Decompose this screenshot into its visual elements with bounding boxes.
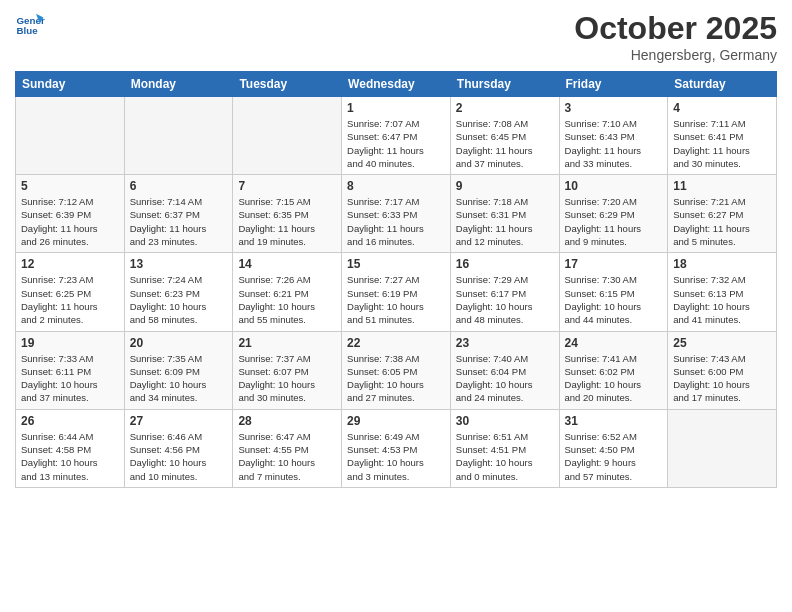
logo-icon: General Blue — [15, 10, 45, 40]
day-number: 16 — [456, 257, 554, 271]
title-block: October 2025 Hengersberg, Germany — [574, 10, 777, 63]
day-number: 25 — [673, 336, 771, 350]
day-number: 3 — [565, 101, 663, 115]
day-info: Sunrise: 7:38 AMSunset: 6:05 PMDaylight:… — [347, 352, 445, 405]
day-info: Sunrise: 6:51 AMSunset: 4:51 PMDaylight:… — [456, 430, 554, 483]
weekday-header-sunday: Sunday — [16, 72, 125, 97]
day-info: Sunrise: 6:44 AMSunset: 4:58 PMDaylight:… — [21, 430, 119, 483]
calendar-cell: 28Sunrise: 6:47 AMSunset: 4:55 PMDayligh… — [233, 409, 342, 487]
day-info: Sunrise: 7:15 AMSunset: 6:35 PMDaylight:… — [238, 195, 336, 248]
svg-text:Blue: Blue — [17, 25, 39, 36]
day-info: Sunrise: 7:26 AMSunset: 6:21 PMDaylight:… — [238, 273, 336, 326]
day-info: Sunrise: 7:35 AMSunset: 6:09 PMDaylight:… — [130, 352, 228, 405]
weekday-header-row: SundayMondayTuesdayWednesdayThursdayFrid… — [16, 72, 777, 97]
calendar-cell: 27Sunrise: 6:46 AMSunset: 4:56 PMDayligh… — [124, 409, 233, 487]
day-number: 18 — [673, 257, 771, 271]
day-number: 22 — [347, 336, 445, 350]
calendar-cell: 24Sunrise: 7:41 AMSunset: 6:02 PMDayligh… — [559, 331, 668, 409]
day-info: Sunrise: 7:30 AMSunset: 6:15 PMDaylight:… — [565, 273, 663, 326]
calendar-cell: 11Sunrise: 7:21 AMSunset: 6:27 PMDayligh… — [668, 175, 777, 253]
calendar-cell: 12Sunrise: 7:23 AMSunset: 6:25 PMDayligh… — [16, 253, 125, 331]
day-info: Sunrise: 6:46 AMSunset: 4:56 PMDaylight:… — [130, 430, 228, 483]
weekday-header-saturday: Saturday — [668, 72, 777, 97]
day-number: 15 — [347, 257, 445, 271]
day-info: Sunrise: 7:41 AMSunset: 6:02 PMDaylight:… — [565, 352, 663, 405]
calendar-cell: 25Sunrise: 7:43 AMSunset: 6:00 PMDayligh… — [668, 331, 777, 409]
day-info: Sunrise: 7:43 AMSunset: 6:00 PMDaylight:… — [673, 352, 771, 405]
day-info: Sunrise: 7:14 AMSunset: 6:37 PMDaylight:… — [130, 195, 228, 248]
day-number: 19 — [21, 336, 119, 350]
calendar-cell: 1Sunrise: 7:07 AMSunset: 6:47 PMDaylight… — [342, 97, 451, 175]
day-number: 2 — [456, 101, 554, 115]
day-number: 21 — [238, 336, 336, 350]
day-number: 7 — [238, 179, 336, 193]
day-info: Sunrise: 7:37 AMSunset: 6:07 PMDaylight:… — [238, 352, 336, 405]
day-info: Sunrise: 7:08 AMSunset: 6:45 PMDaylight:… — [456, 117, 554, 170]
weekday-header-monday: Monday — [124, 72, 233, 97]
calendar: SundayMondayTuesdayWednesdayThursdayFrid… — [15, 71, 777, 488]
day-info: Sunrise: 7:29 AMSunset: 6:17 PMDaylight:… — [456, 273, 554, 326]
week-row-2: 12Sunrise: 7:23 AMSunset: 6:25 PMDayligh… — [16, 253, 777, 331]
weekday-header-thursday: Thursday — [450, 72, 559, 97]
calendar-cell: 6Sunrise: 7:14 AMSunset: 6:37 PMDaylight… — [124, 175, 233, 253]
day-number: 30 — [456, 414, 554, 428]
day-info: Sunrise: 7:27 AMSunset: 6:19 PMDaylight:… — [347, 273, 445, 326]
day-number: 13 — [130, 257, 228, 271]
calendar-cell: 8Sunrise: 7:17 AMSunset: 6:33 PMDaylight… — [342, 175, 451, 253]
calendar-cell: 30Sunrise: 6:51 AMSunset: 4:51 PMDayligh… — [450, 409, 559, 487]
day-number: 29 — [347, 414, 445, 428]
day-info: Sunrise: 6:47 AMSunset: 4:55 PMDaylight:… — [238, 430, 336, 483]
calendar-cell: 21Sunrise: 7:37 AMSunset: 6:07 PMDayligh… — [233, 331, 342, 409]
day-info: Sunrise: 7:23 AMSunset: 6:25 PMDaylight:… — [21, 273, 119, 326]
day-info: Sunrise: 7:20 AMSunset: 6:29 PMDaylight:… — [565, 195, 663, 248]
week-row-0: 1Sunrise: 7:07 AMSunset: 6:47 PMDaylight… — [16, 97, 777, 175]
calendar-cell: 10Sunrise: 7:20 AMSunset: 6:29 PMDayligh… — [559, 175, 668, 253]
day-number: 11 — [673, 179, 771, 193]
week-row-4: 26Sunrise: 6:44 AMSunset: 4:58 PMDayligh… — [16, 409, 777, 487]
calendar-cell: 20Sunrise: 7:35 AMSunset: 6:09 PMDayligh… — [124, 331, 233, 409]
calendar-cell: 22Sunrise: 7:38 AMSunset: 6:05 PMDayligh… — [342, 331, 451, 409]
day-number: 26 — [21, 414, 119, 428]
day-number: 8 — [347, 179, 445, 193]
day-number: 4 — [673, 101, 771, 115]
calendar-cell — [668, 409, 777, 487]
calendar-cell: 31Sunrise: 6:52 AMSunset: 4:50 PMDayligh… — [559, 409, 668, 487]
day-info: Sunrise: 7:32 AMSunset: 6:13 PMDaylight:… — [673, 273, 771, 326]
logo: General Blue — [15, 10, 45, 40]
day-info: Sunrise: 7:07 AMSunset: 6:47 PMDaylight:… — [347, 117, 445, 170]
calendar-cell: 13Sunrise: 7:24 AMSunset: 6:23 PMDayligh… — [124, 253, 233, 331]
day-info: Sunrise: 7:11 AMSunset: 6:41 PMDaylight:… — [673, 117, 771, 170]
calendar-cell: 18Sunrise: 7:32 AMSunset: 6:13 PMDayligh… — [668, 253, 777, 331]
day-number: 10 — [565, 179, 663, 193]
day-info: Sunrise: 7:18 AMSunset: 6:31 PMDaylight:… — [456, 195, 554, 248]
calendar-cell: 4Sunrise: 7:11 AMSunset: 6:41 PMDaylight… — [668, 97, 777, 175]
calendar-cell: 5Sunrise: 7:12 AMSunset: 6:39 PMDaylight… — [16, 175, 125, 253]
calendar-cell — [124, 97, 233, 175]
day-number: 17 — [565, 257, 663, 271]
day-info: Sunrise: 7:24 AMSunset: 6:23 PMDaylight:… — [130, 273, 228, 326]
calendar-cell: 17Sunrise: 7:30 AMSunset: 6:15 PMDayligh… — [559, 253, 668, 331]
day-number: 14 — [238, 257, 336, 271]
month-title: October 2025 — [574, 10, 777, 47]
day-info: Sunrise: 7:21 AMSunset: 6:27 PMDaylight:… — [673, 195, 771, 248]
day-number: 20 — [130, 336, 228, 350]
day-number: 24 — [565, 336, 663, 350]
day-number: 1 — [347, 101, 445, 115]
location: Hengersberg, Germany — [574, 47, 777, 63]
calendar-cell: 15Sunrise: 7:27 AMSunset: 6:19 PMDayligh… — [342, 253, 451, 331]
weekday-header-friday: Friday — [559, 72, 668, 97]
day-number: 6 — [130, 179, 228, 193]
day-info: Sunrise: 7:40 AMSunset: 6:04 PMDaylight:… — [456, 352, 554, 405]
header: General Blue October 2025 Hengersberg, G… — [15, 10, 777, 63]
calendar-cell — [16, 97, 125, 175]
calendar-cell — [233, 97, 342, 175]
day-number: 9 — [456, 179, 554, 193]
day-number: 5 — [21, 179, 119, 193]
calendar-cell: 2Sunrise: 7:08 AMSunset: 6:45 PMDaylight… — [450, 97, 559, 175]
week-row-3: 19Sunrise: 7:33 AMSunset: 6:11 PMDayligh… — [16, 331, 777, 409]
day-info: Sunrise: 6:49 AMSunset: 4:53 PMDaylight:… — [347, 430, 445, 483]
day-number: 12 — [21, 257, 119, 271]
day-number: 27 — [130, 414, 228, 428]
day-number: 23 — [456, 336, 554, 350]
calendar-cell: 19Sunrise: 7:33 AMSunset: 6:11 PMDayligh… — [16, 331, 125, 409]
